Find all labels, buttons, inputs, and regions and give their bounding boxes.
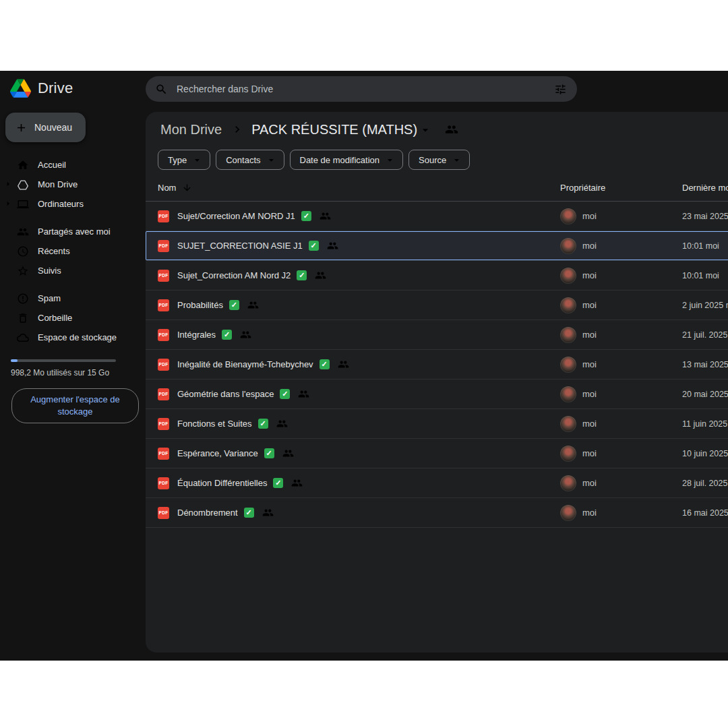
breadcrumb-current[interactable]: PACK RÉUSSITE (MATHS) (250, 121, 433, 139)
file-row[interactable]: PDF Intégrales ✓ moi 21 juil. 2025 (146, 320, 728, 350)
pdf-icon: PDF (158, 448, 169, 460)
owner-avatar (560, 357, 576, 373)
drive-app: Drive Nouveau Accueil Mon Drive (0, 71, 728, 661)
expand-arrow-icon[interactable] (3, 179, 13, 189)
search-options-button[interactable] (553, 82, 568, 97)
sidebar-item-accueil[interactable]: Accueil (0, 155, 146, 175)
chevron-down-icon (266, 154, 277, 166)
file-name: Géométrie dans l'espace (177, 389, 274, 399)
shared-icon (276, 418, 288, 429)
members-icon (445, 123, 458, 136)
column-header-derniere-modification[interactable]: Dernière modification (682, 183, 728, 193)
drive-icon (17, 179, 29, 191)
shared-icon (262, 507, 274, 518)
computer-icon (17, 198, 29, 210)
check-emoji-icon: ✓ (280, 389, 290, 399)
pdf-icon: PDF (158, 507, 169, 519)
sidebar-item-suivis[interactable]: Suivis (0, 261, 146, 280)
owner-name: moi (582, 478, 597, 488)
breadcrumb-parent[interactable]: Mon Drive (158, 121, 224, 139)
filter-chip-source[interactable]: Source (408, 150, 470, 170)
check-emoji-icon: ✓ (301, 211, 311, 221)
file-row[interactable]: PDF Probabilités ✓ moi 2 juin 2025 m (146, 291, 728, 320)
sidebar-item-partages-avec-moi[interactable]: Partagés avec moi (0, 222, 146, 241)
column-label: Nom (158, 183, 176, 193)
check-emoji-icon: ✓ (244, 508, 254, 518)
modified-date: 2 juin 2025 m (682, 301, 728, 310)
shared-icon (240, 329, 251, 340)
filter-chip-date-modification[interactable]: Date de modification (290, 150, 404, 170)
file-row[interactable]: PDF Géométrie dans l'espace ✓ moi 20 mai… (146, 380, 728, 409)
star-icon (17, 265, 29, 277)
pdf-icon: PDF (158, 210, 169, 222)
search-bar[interactable] (146, 76, 577, 102)
sidebar-item-espace-de-stockage[interactable]: Espace de stockage (0, 328, 146, 347)
check-emoji-icon: ✓ (273, 478, 283, 488)
people-icon (17, 226, 29, 238)
shared-icon (282, 448, 294, 459)
pdf-icon: PDF (158, 329, 169, 341)
upgrade-storage-button[interactable]: Augmenter l'espace de stockage (11, 388, 139, 423)
modified-date: 23 mai 2025 (682, 212, 728, 221)
sidebar-item-label: Mon Drive (38, 179, 78, 189)
shared-icon (320, 210, 331, 222)
filter-chip-contacts[interactable]: Contacts (216, 150, 284, 170)
modified-date: 21 juil. 2025 (682, 330, 728, 340)
modified-date: 10:01 moi (682, 271, 728, 280)
column-header-proprietaire[interactable]: Propriétaire (552, 183, 682, 193)
search-input[interactable] (175, 83, 545, 95)
owner-name: moi (582, 419, 597, 429)
file-name: Espérance, Variance (177, 448, 258, 458)
sidebar-item-label: Espace de stockage (38, 332, 117, 342)
chevron-right-icon (231, 123, 244, 136)
file-row[interactable]: PDF Sujet_Correction AM Nord J2 ✓ moi 10… (146, 261, 728, 291)
file-row[interactable]: PDF Équation Différentielles ✓ moi 28 ju… (146, 468, 728, 498)
owner-name: moi (582, 359, 597, 369)
share-members-button[interactable] (444, 121, 460, 138)
modified-date: 16 mai 2025 (682, 508, 728, 518)
column-header-nom[interactable]: Nom (146, 183, 552, 193)
file-row[interactable]: PDF Inégalité de Bienaymé-Tchebychev ✓ m… (146, 350, 728, 380)
page-margin-top (0, 0, 728, 71)
chip-label: Type (168, 155, 187, 165)
check-emoji-icon: ✓ (258, 419, 268, 429)
file-row-selected[interactable]: PDF SUJET_CORRECTION ASIE J1 ✓ moi 10:01… (146, 231, 728, 261)
file-row[interactable]: PDF Dénombrement ✓ moi 16 mai 2025 (146, 498, 728, 528)
expand-arrow-icon[interactable] (3, 198, 13, 209)
sidebar-item-corbeille[interactable]: Corbeille (0, 308, 146, 328)
file-row[interactable]: PDF Fonctions et Suites ✓ moi 11 juin 20… (146, 409, 728, 439)
owner-avatar (560, 475, 576, 491)
trash-icon (17, 312, 29, 324)
check-emoji-icon: ✓ (309, 241, 319, 251)
new-button[interactable]: Nouveau (5, 113, 86, 142)
chevron-down-icon (451, 154, 462, 166)
sidebar-item-label: Récents (38, 246, 70, 256)
sidebar-item-recents[interactable]: Récents (0, 241, 146, 261)
owner-avatar (560, 268, 576, 284)
shared-icon (327, 240, 338, 251)
modified-date: 11 juin 2025 (682, 419, 728, 429)
owner-avatar (560, 416, 576, 432)
sidebar: Drive Nouveau Accueil Mon Drive (0, 71, 146, 661)
page-margin-bottom (0, 661, 728, 728)
sidebar-item-label: Suivis (38, 266, 61, 276)
main-area: Mon Drive PACK RÉUSSITE (MATHS) Type Con… (146, 71, 728, 661)
check-emoji-icon: ✓ (229, 300, 239, 310)
modified-date: 13 mai 2025 (682, 360, 728, 369)
drive-logo[interactable]: Drive (0, 71, 146, 104)
storage-usage-text: 998,2 Mo utilisés sur 15 Go (0, 362, 146, 377)
modified-date: 10:01 moi (682, 241, 728, 251)
filter-chip-type[interactable]: Type (158, 150, 210, 170)
content-panel: Mon Drive PACK RÉUSSITE (MATHS) Type Con… (146, 112, 728, 653)
sidebar-item-label: Accueil (38, 160, 66, 170)
sidebar-item-ordinateurs[interactable]: Ordinateurs (0, 194, 146, 214)
file-row[interactable]: PDF Sujet/Correction AM NORD J1 ✓ moi 23… (146, 202, 728, 231)
file-row[interactable]: PDF Espérance, Variance ✓ moi 10 juin 20… (146, 439, 728, 468)
pdf-icon: PDF (158, 388, 169, 400)
modified-date: 28 juil. 2025 (682, 479, 728, 488)
file-name: Sujet/Correction AM NORD J1 (177, 211, 295, 221)
sidebar-item-spam[interactable]: Spam (0, 289, 146, 308)
sidebar-item-mon-drive[interactable]: Mon Drive (0, 175, 146, 194)
search-icon (155, 83, 168, 96)
shared-icon (338, 359, 349, 370)
